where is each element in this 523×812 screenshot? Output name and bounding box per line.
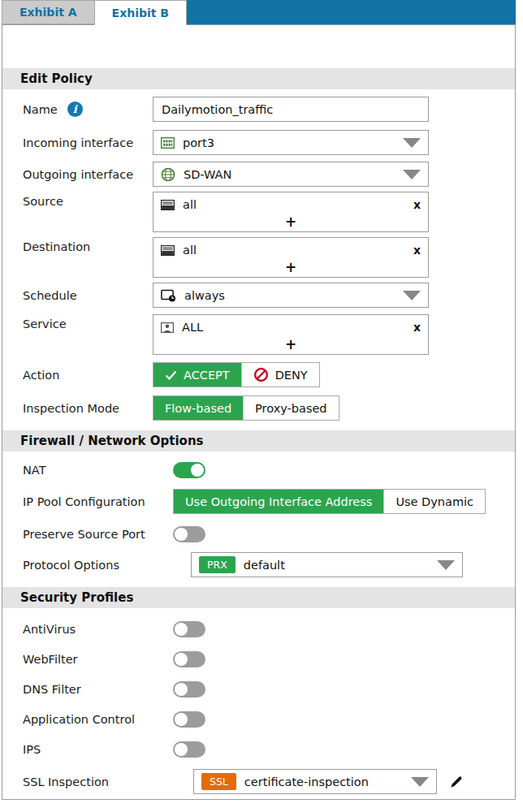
use-dynamic-button[interactable]: Use Dynamic: [383, 490, 485, 513]
incoming-interface-value: port3: [183, 136, 214, 149]
action-row: Action ACCEPT DENY: [23, 362, 515, 387]
nat-row: NAT: [23, 462, 515, 478]
destination-label: Destination: [23, 240, 90, 253]
schedule-icon: [161, 289, 176, 302]
protocol-options-label: Protocol Options: [23, 559, 119, 572]
service-remove-icon[interactable]: x: [413, 322, 421, 333]
ssl-inspection-select[interactable]: SSL certificate-inspection: [193, 769, 437, 794]
proxy-based-button[interactable]: Proxy-based: [243, 396, 338, 420]
accept-label: ACCEPT: [184, 369, 230, 382]
source-entry-name: all: [183, 198, 197, 211]
destination-entry-all[interactable]: all x: [161, 241, 421, 259]
protocol-options-select[interactable]: PRX default: [191, 552, 463, 577]
proxy-based-label: Proxy-based: [255, 402, 326, 415]
destination-box: all x +: [153, 237, 429, 278]
ip-pool-label: IP Pool Configuration: [23, 495, 145, 508]
edit-pencil-icon[interactable]: [449, 775, 464, 789]
globe-icon: [161, 167, 175, 182]
tab-bar: Exhibit A Exhibit B: [0, 0, 523, 24]
dns-filter-toggle[interactable]: [173, 681, 205, 698]
security-profiles-title: Security Profiles: [20, 590, 133, 605]
ips-toggle[interactable]: [173, 741, 205, 758]
service-box: ALL x +: [153, 314, 429, 355]
service-label: Service: [23, 317, 67, 330]
content-frame: Edit Policy Name Incoming interface: [2, 24, 516, 800]
ssl-inspection-label: SSL Inspection: [23, 775, 109, 788]
chevron-down-icon: [403, 138, 421, 148]
service-entry-name: ALL: [182, 321, 203, 334]
tab-bar-filler: [187, 0, 516, 24]
service-add-icon[interactable]: +: [161, 336, 421, 352]
prx-badge: PRX: [199, 556, 236, 573]
service-entry-all[interactable]: ALL x: [161, 318, 421, 336]
use-dynamic-label: Use Dynamic: [395, 495, 473, 508]
incoming-interface-select[interactable]: port3: [153, 130, 429, 155]
outgoing-interface-label: Outgoing interface: [23, 168, 133, 181]
nat-toggle[interactable]: [173, 462, 205, 478]
tab-exhibit-a[interactable]: Exhibit A: [2, 0, 94, 24]
outgoing-interface-select[interactable]: SD-WAN: [153, 162, 429, 187]
action-segmented: ACCEPT DENY: [153, 362, 320, 387]
name-row: Name: [23, 97, 515, 122]
protocol-options-row: Protocol Options PRX default: [23, 552, 515, 577]
source-box: all x +: [153, 192, 429, 232]
ssl-inspection-value: certificate-inspection: [244, 775, 369, 788]
destination-remove-icon[interactable]: x: [413, 244, 421, 256]
antivirus-toggle[interactable]: [173, 621, 205, 637]
info-icon: [67, 102, 83, 117]
top-spacer: [2, 25, 515, 68]
schedule-row: Schedule always: [23, 283, 515, 308]
chevron-down-icon: [411, 777, 429, 787]
webfilter-toggle[interactable]: [173, 651, 205, 667]
ip-pool-row: IP Pool Configuration Use Outgoing Inter…: [23, 489, 515, 514]
edit-policy-title: Edit Policy: [20, 71, 93, 86]
antivirus-row: AntiVirus: [23, 620, 515, 638]
application-control-label: Application Control: [23, 713, 135, 726]
source-row: Source all x +: [23, 192, 515, 232]
webfilter-row: WebFilter: [23, 650, 515, 668]
destination-entry-name: all: [183, 244, 197, 257]
preserve-source-port-label: Preserve Source Port: [23, 528, 145, 541]
address-icon: [161, 200, 175, 210]
schedule-label: Schedule: [23, 289, 77, 302]
destination-add-icon[interactable]: +: [161, 259, 421, 275]
nat-label: NAT: [23, 464, 46, 477]
inspection-mode-label: Inspection Mode: [23, 402, 119, 415]
deny-button[interactable]: DENY: [241, 363, 319, 387]
section-header-edit-policy: Edit Policy: [2, 68, 515, 89]
policy-name-input[interactable]: [153, 97, 429, 122]
edit-policy-page: Exhibit A Exhibit B Edit Policy Name Inc…: [0, 0, 523, 812]
firewall-network-options-title: Firewall / Network Options: [20, 434, 204, 448]
service-row: Service ALL x +: [23, 314, 515, 355]
ips-label: IPS: [23, 743, 41, 756]
source-label: Source: [23, 195, 63, 208]
source-add-icon[interactable]: +: [161, 214, 421, 230]
application-control-row: Application Control: [23, 710, 515, 728]
incoming-interface-row: Incoming interface port3: [23, 130, 515, 155]
address-icon: [161, 245, 175, 256]
schedule-value: always: [184, 289, 225, 302]
deny-label: DENY: [275, 369, 308, 382]
flow-based-button[interactable]: Flow-based: [153, 396, 243, 420]
incoming-interface-label: Incoming interface: [23, 136, 133, 149]
action-label: Action: [23, 369, 59, 382]
section-header-security-profiles: Security Profiles: [2, 587, 515, 608]
deny-icon: [253, 367, 269, 382]
application-control-toggle[interactable]: [173, 711, 205, 728]
ssl-badge: SSL: [201, 773, 236, 790]
preserve-source-port-toggle[interactable]: [173, 526, 205, 542]
chevron-down-icon: [437, 560, 455, 570]
tab-exhibit-a-label: Exhibit A: [19, 6, 77, 19]
schedule-select[interactable]: always: [153, 283, 429, 308]
accept-button[interactable]: ACCEPT: [153, 363, 241, 387]
section-header-firewall-network-options: Firewall / Network Options: [2, 430, 515, 451]
ip-pool-segmented: Use Outgoing Interface Address Use Dynam…: [173, 489, 486, 514]
dns-filter-row: DNS Filter: [23, 680, 515, 698]
tab-exhibit-b[interactable]: Exhibit B: [94, 0, 187, 25]
use-outgoing-interface-address-button[interactable]: Use Outgoing Interface Address: [174, 490, 383, 513]
webfilter-label: WebFilter: [23, 653, 78, 666]
dns-filter-label: DNS Filter: [23, 683, 81, 696]
source-remove-icon[interactable]: x: [413, 199, 421, 210]
source-entry-all[interactable]: all x: [161, 196, 421, 214]
tab-exhibit-b-label: Exhibit B: [112, 6, 169, 19]
